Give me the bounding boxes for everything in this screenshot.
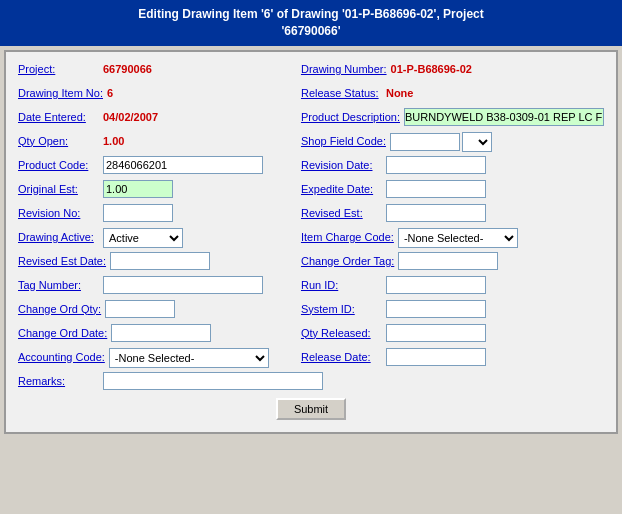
item-charge-code-select[interactable]: -None Selected- <box>398 228 518 248</box>
change-ord-date-input[interactable] <box>111 324 211 342</box>
qty-open-row: Qty Open: 1.00 <box>14 130 297 154</box>
release-status-label: Release Status: <box>301 84 386 99</box>
drawing-number-row: Drawing Number: 01-P-B68696-02 <box>297 58 608 82</box>
revision-no-input[interactable] <box>103 204 173 222</box>
project-row: Project: 66790066 <box>14 58 297 82</box>
date-entered-row: Date Entered: 04/02/2007 <box>14 106 297 130</box>
accounting-code-label: Accounting Code: <box>18 348 109 363</box>
form-grid: Project: 66790066 Drawing Number: 01-P-B… <box>14 58 608 370</box>
revised-est-date-input[interactable] <box>110 252 210 270</box>
release-status-value: None <box>386 84 414 99</box>
change-ord-date-label: Change Ord Date: <box>18 324 111 339</box>
original-est-row: Original Est: <box>14 178 297 202</box>
release-status-row: Release Status: None <box>297 82 608 106</box>
change-ord-qty-input[interactable] <box>105 300 175 318</box>
release-date-row: Release Date: <box>297 346 608 370</box>
accounting-code-row: Accounting Code: -None Selected- <box>14 346 297 370</box>
accounting-code-select[interactable]: -None Selected- <box>109 348 269 368</box>
revised-est-input[interactable] <box>386 204 486 222</box>
expedite-date-row: Expedite Date: <box>297 178 608 202</box>
item-charge-code-group: -None Selected- <box>398 228 518 248</box>
product-desc-row: Product Description: <box>297 106 608 130</box>
tag-number-row: Tag Number: <box>14 274 297 298</box>
revised-est-date-label: Revised Est Date: <box>18 252 110 267</box>
system-id-row: System ID: <box>297 298 608 322</box>
original-est-label: Original Est: <box>18 180 103 195</box>
form-container: Project: 66790066 Drawing Number: 01-P-B… <box>4 50 618 434</box>
project-label: Project: <box>18 60 103 75</box>
revision-date-label: Revision Date: <box>301 156 386 171</box>
remarks-input[interactable] <box>103 372 323 390</box>
tag-number-input[interactable] <box>103 276 263 294</box>
product-desc-input[interactable] <box>404 108 604 126</box>
shop-field-code-input[interactable] <box>390 133 460 151</box>
qty-released-label: Qty Released: <box>301 324 386 339</box>
run-id-row: Run ID: <box>297 274 608 298</box>
drawing-active-group: Active Inactive <box>103 228 183 248</box>
item-charge-code-row: Item Charge Code: -None Selected- <box>297 226 608 250</box>
drawing-active-label: Drawing Active: <box>18 228 103 243</box>
drawing-number-label: Drawing Number: <box>301 60 391 75</box>
change-ord-qty-row: Change Ord Qty: <box>14 298 297 322</box>
qty-released-input[interactable] <box>386 324 486 342</box>
revision-no-label: Revision No: <box>18 204 103 219</box>
qty-open-label: Qty Open: <box>18 132 103 147</box>
drawing-item-row: Drawing Item No: 6 <box>14 82 297 106</box>
run-id-input[interactable] <box>386 276 486 294</box>
remarks-row: Remarks: <box>14 370 608 392</box>
expedite-date-label: Expedite Date: <box>301 180 386 195</box>
shop-field-code-label: Shop Field Code: <box>301 132 390 147</box>
revision-date-row: Revision Date: <box>297 154 608 178</box>
date-entered-value: 04/02/2007 <box>103 108 158 123</box>
product-code-input[interactable] <box>103 156 263 174</box>
revision-no-row: Revision No: <box>14 202 297 226</box>
expedite-date-input[interactable] <box>386 180 486 198</box>
drawing-item-value: 6 <box>107 84 113 99</box>
shop-field-code-select[interactable] <box>462 132 492 152</box>
product-code-row: Product Code: <box>14 154 297 178</box>
drawing-number-value: 01-P-B68696-02 <box>391 60 472 75</box>
change-order-tag-input[interactable] <box>398 252 498 270</box>
drawing-active-row: Drawing Active: Active Inactive <box>14 226 297 250</box>
system-id-input[interactable] <box>386 300 486 318</box>
remarks-label: Remarks: <box>18 372 103 387</box>
change-order-tag-label: Change Order Tag: <box>301 252 398 267</box>
revised-est-date-row: Revised Est Date: <box>14 250 297 274</box>
run-id-label: Run ID: <box>301 276 386 291</box>
system-id-label: System ID: <box>301 300 386 315</box>
submit-row: Submit <box>14 392 608 426</box>
drawing-item-label: Drawing Item No: <box>18 84 107 99</box>
release-date-input[interactable] <box>386 348 486 366</box>
shop-field-code-row: Shop Field Code: <box>297 130 608 154</box>
change-ord-date-row: Change Ord Date: <box>14 322 297 346</box>
submit-button[interactable]: Submit <box>276 398 346 420</box>
drawing-active-select[interactable]: Active Inactive <box>103 228 183 248</box>
accounting-code-group: -None Selected- <box>109 348 269 368</box>
page-title: Editing Drawing Item '6' of Drawing '01-… <box>0 0 622 46</box>
revised-est-label: Revised Est: <box>301 204 386 219</box>
qty-released-row: Qty Released: <box>297 322 608 346</box>
date-entered-label: Date Entered: <box>18 108 103 123</box>
revised-est-row: Revised Est: <box>297 202 608 226</box>
tag-number-label: Tag Number: <box>18 276 103 291</box>
qty-open-value: 1.00 <box>103 132 124 147</box>
original-est-input[interactable] <box>103 180 173 198</box>
shop-field-code-group <box>390 132 492 152</box>
project-value: 66790066 <box>103 60 152 75</box>
revision-date-input[interactable] <box>386 156 486 174</box>
product-code-label: Product Code: <box>18 156 103 171</box>
product-desc-label: Product Description: <box>301 108 404 123</box>
release-date-label: Release Date: <box>301 348 386 363</box>
item-charge-code-label: Item Charge Code: <box>301 228 398 243</box>
change-ord-qty-label: Change Ord Qty: <box>18 300 105 315</box>
change-order-tag-row: Change Order Tag: <box>297 250 608 274</box>
